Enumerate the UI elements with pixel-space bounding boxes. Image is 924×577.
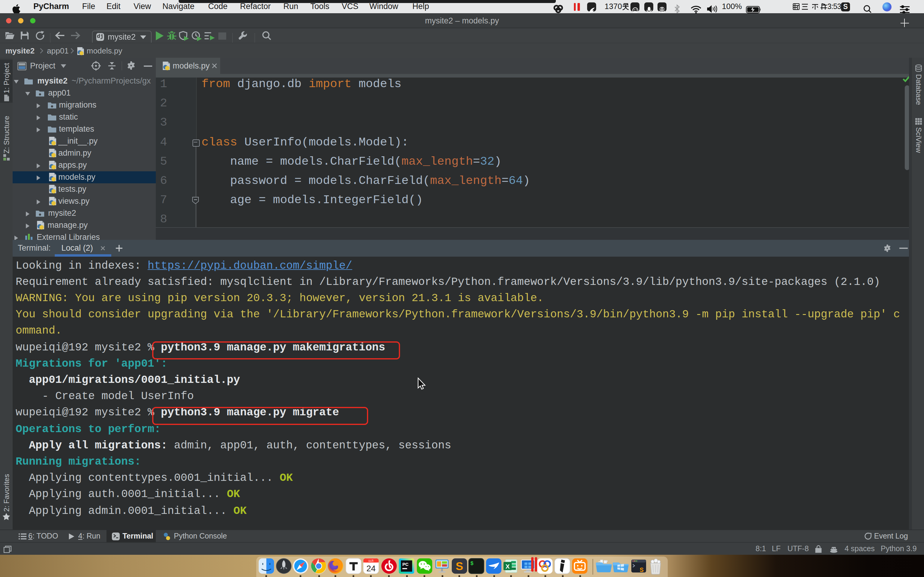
svg-text:S: S <box>456 560 463 572</box>
svg-text:S: S <box>640 566 643 573</box>
svg-text:$: $ <box>471 561 474 566</box>
svg-text:24: 24 <box>367 564 376 573</box>
svg-text:X: X <box>506 563 510 570</box>
svg-text:PC: PC <box>402 562 409 567</box>
svg-text:11月: 11月 <box>368 559 374 562</box>
